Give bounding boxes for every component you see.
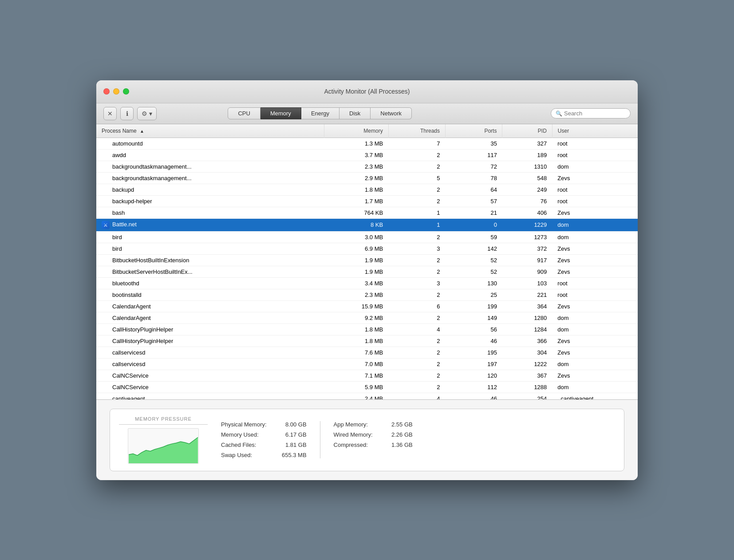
stat-row: App Memory:2.55 GB	[334, 421, 413, 428]
process-name: bash	[112, 209, 125, 216]
col-header-memory[interactable]: Memory	[324, 124, 388, 138]
table-row[interactable]: backgroundtaskmanagement...2.3 MB2721310…	[96, 161, 638, 172]
cell-process: backupd-helper	[96, 195, 324, 207]
table-row[interactable]: BitbucketServerHostBuiltInEx...1.9 MB252…	[96, 266, 638, 277]
cell-pid: 372	[502, 243, 552, 254]
stat-label: App Memory:	[334, 421, 368, 428]
tab-cpu[interactable]: CPU	[228, 107, 260, 119]
table-row[interactable]: awdd3.7 MB2117189root	[96, 149, 638, 161]
table-row[interactable]: bash764 KB121406Zevs	[96, 207, 638, 218]
table-row[interactable]: ⚔Battle.net8 KB101229dom	[96, 218, 638, 231]
table-row[interactable]: captiveagent2.4 MB446254_captiveagent	[96, 393, 638, 399]
table-row[interactable]: callservicesd7.0 MB21971222dom	[96, 358, 638, 370]
cell-ports: 46	[446, 335, 502, 347]
cell-threads: 2	[388, 347, 445, 358]
col-header-threads[interactable]: Threads	[388, 124, 445, 138]
stat-value: 8.00 GB	[276, 421, 307, 428]
cell-threads: 4	[388, 323, 445, 335]
cell-threads: 6	[388, 300, 445, 312]
cell-process: callservicesd	[96, 347, 324, 358]
cell-process: ⚔Battle.net	[96, 218, 324, 231]
cell-ports: 56	[446, 323, 502, 335]
table-row[interactable]: automountd1.3 MB735327root	[96, 138, 638, 149]
cell-pid: 1310	[502, 161, 552, 172]
col-header-user[interactable]: User	[552, 124, 638, 138]
cell-memory: 3.0 MB	[324, 231, 388, 243]
process-name: BitbucketHostBuiltInExtension	[112, 257, 189, 264]
cell-threads: 7	[388, 138, 445, 149]
maximize-button[interactable]	[123, 88, 129, 95]
stats-col-right: App Memory:2.55 GBWired Memory:2.26 GBCo…	[334, 421, 413, 458]
cell-ports: 64	[446, 184, 502, 195]
col-header-pid[interactable]: PID	[502, 124, 552, 138]
cell-ports: 199	[446, 300, 502, 312]
stats-divider	[320, 421, 320, 458]
table-row[interactable]: CallHistoryPluginHelper1.8 MB246366Zevs	[96, 335, 638, 347]
tab-disk[interactable]: Disk	[339, 107, 371, 119]
info-button[interactable]: ℹ	[120, 107, 134, 120]
cell-threads: 4	[388, 393, 445, 399]
cell-memory: 2.4 MB	[324, 393, 388, 399]
cell-user: dom	[552, 231, 638, 243]
info-icon: ℹ	[126, 110, 128, 117]
cell-process: backgroundtaskmanagement...	[96, 172, 324, 184]
table-row[interactable]: backupd1.8 MB264249root	[96, 184, 638, 195]
close-process-button[interactable]: ✕	[103, 107, 117, 120]
cell-ports: 25	[446, 289, 502, 300]
table-row[interactable]: CalendarAgent15.9 MB6199364Zevs	[96, 300, 638, 312]
process-name: backupd	[112, 186, 134, 193]
cell-threads: 2	[388, 195, 445, 207]
col-header-ports[interactable]: Ports	[446, 124, 502, 138]
cell-user: root	[552, 195, 638, 207]
table-body: automountd1.3 MB735327rootawdd3.7 MB2117…	[96, 138, 638, 399]
bottom-panel: MEMORY PRESSURE Physical Memory:8.00 GBM…	[96, 399, 638, 480]
table-row[interactable]: CalendarAgent9.2 MB21491280dom	[96, 312, 638, 323]
cell-threads: 1	[388, 207, 445, 218]
process-app-icon: ⚔	[102, 221, 110, 229]
tab-network[interactable]: Network	[371, 107, 412, 119]
cell-threads: 2	[388, 184, 445, 195]
cell-process: BitbucketHostBuiltInExtension	[96, 254, 324, 266]
cell-process: BitbucketServerHostBuiltInEx...	[96, 266, 324, 277]
table-row[interactable]: bird6.9 MB3142372Zevs	[96, 243, 638, 254]
process-name: callservicesd	[112, 349, 145, 356]
table-row[interactable]: bootinstalld2.3 MB225221root	[96, 289, 638, 300]
cell-user: Zevs	[552, 370, 638, 381]
cell-process: CalendarAgent	[96, 300, 324, 312]
table-row[interactable]: CalNCService7.1 MB2120367Zevs	[96, 370, 638, 381]
tab-energy[interactable]: Energy	[301, 107, 339, 119]
table-row[interactable]: bluetoothd3.4 MB3130103root	[96, 277, 638, 289]
table-row[interactable]: CallHistoryPluginHelper1.8 MB4561284dom	[96, 323, 638, 335]
table-row[interactable]: backgroundtaskmanagement...2.9 MB578548Z…	[96, 172, 638, 184]
cell-pid: 221	[502, 289, 552, 300]
table-row[interactable]: BitbucketHostBuiltInExtension1.9 MB25291…	[96, 254, 638, 266]
minimize-button[interactable]	[113, 88, 119, 95]
pressure-chart	[128, 428, 199, 464]
search-box[interactable]: 🔍	[551, 108, 631, 118]
cell-memory: 1.7 MB	[324, 195, 388, 207]
table-row[interactable]: backupd-helper1.7 MB25776root	[96, 195, 638, 207]
cell-pid: 1288	[502, 381, 552, 393]
window-title: Activity Monitor (All Processes)	[324, 88, 410, 95]
close-button[interactable]	[103, 88, 110, 95]
cell-user: Zevs	[552, 207, 638, 218]
table-row[interactable]: bird3.0 MB2591273dom	[96, 231, 638, 243]
cell-ports: 72	[446, 161, 502, 172]
pressure-label: MEMORY PRESSURE	[119, 416, 208, 425]
search-input[interactable]	[564, 110, 626, 117]
process-name: CalendarAgent	[112, 315, 151, 321]
cell-process: bluetoothd	[96, 277, 324, 289]
table-row[interactable]: CalNCService5.9 MB21121288dom	[96, 381, 638, 393]
search-icon: 🔍	[556, 110, 562, 117]
cell-ports: 52	[446, 254, 502, 266]
cell-memory: 1.9 MB	[324, 266, 388, 277]
process-name: backgroundtaskmanagement...	[112, 163, 192, 170]
table-row[interactable]: callservicesd7.6 MB2195304Zevs	[96, 347, 638, 358]
tab-memory[interactable]: Memory	[260, 107, 301, 119]
gear-button[interactable]: ⚙ ▾	[137, 107, 157, 120]
cell-ports: 117	[446, 149, 502, 161]
cell-pid: 909	[502, 266, 552, 277]
cell-memory: 7.1 MB	[324, 370, 388, 381]
activity-monitor-window: Activity Monitor (All Processes) ✕ ℹ ⚙ ▾…	[96, 80, 638, 480]
col-header-process[interactable]: Process Name ▲	[96, 124, 324, 138]
